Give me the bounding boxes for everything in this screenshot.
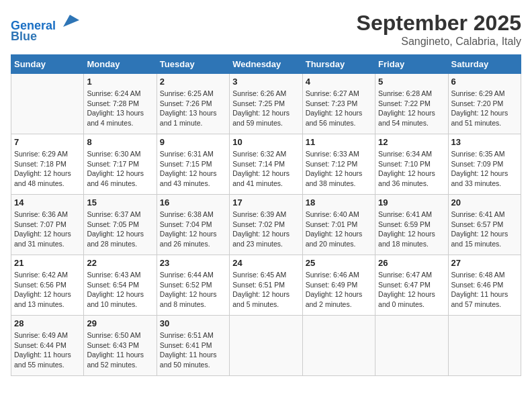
calendar-cell [11, 74, 84, 134]
day-info: Sunrise: 6:34 AM Sunset: 7:10 PM Dayligh… [378, 149, 445, 189]
day-number: 8 [87, 137, 153, 147]
day-number: 1 [87, 77, 153, 87]
calendar-cell: 19Sunrise: 6:41 AM Sunset: 6:59 PM Dayli… [375, 195, 448, 255]
day-info: Sunrise: 6:28 AM Sunset: 7:22 PM Dayligh… [378, 89, 445, 128]
page-subtitle: Sangineto, Calabria, Italy [357, 36, 521, 48]
logo-icon [60, 11, 79, 30]
day-number: 27 [451, 258, 518, 268]
logo: General Blue [11, 11, 79, 44]
day-number: 28 [14, 318, 81, 328]
column-header-friday: Friday [375, 55, 448, 74]
page-header: General Blue September 2025 Sangineto, C… [11, 11, 521, 48]
calendar-cell: 4Sunrise: 6:27 AM Sunset: 7:23 PM Daylig… [302, 74, 375, 134]
calendar-cell: 25Sunrise: 6:46 AM Sunset: 6:49 PM Dayli… [302, 255, 375, 316]
day-info: Sunrise: 6:41 AM Sunset: 6:57 PM Dayligh… [451, 210, 518, 249]
day-info: Sunrise: 6:42 AM Sunset: 6:56 PM Dayligh… [14, 270, 81, 310]
day-info: Sunrise: 6:29 AM Sunset: 7:18 PM Dayligh… [14, 149, 81, 189]
calendar-table: SundayMondayTuesdayWednesdayThursdayFrid… [11, 54, 521, 376]
day-number: 30 [160, 318, 226, 328]
column-header-monday: Monday [84, 55, 157, 74]
calendar-cell [448, 316, 521, 376]
calendar-cell: 1Sunrise: 6:24 AM Sunset: 7:28 PM Daylig… [84, 74, 157, 134]
calendar-cell: 21Sunrise: 6:42 AM Sunset: 6:56 PM Dayli… [11, 255, 84, 316]
day-number: 15 [87, 197, 153, 208]
day-number: 2 [160, 77, 226, 87]
calendar-cell: 6Sunrise: 6:29 AM Sunset: 7:20 PM Daylig… [448, 74, 521, 134]
calendar-cell: 17Sunrise: 6:39 AM Sunset: 7:02 PM Dayli… [230, 195, 302, 255]
day-number: 25 [306, 258, 372, 268]
day-info: Sunrise: 6:44 AM Sunset: 6:52 PM Dayligh… [160, 270, 226, 310]
day-number: 9 [160, 137, 226, 147]
day-info: Sunrise: 6:49 AM Sunset: 6:44 PM Dayligh… [14, 330, 81, 370]
day-info: Sunrise: 6:48 AM Sunset: 6:46 PM Dayligh… [451, 270, 518, 310]
day-number: 5 [378, 77, 445, 87]
day-info: Sunrise: 6:30 AM Sunset: 7:17 PM Dayligh… [87, 149, 153, 189]
day-number: 18 [306, 197, 372, 208]
day-number: 29 [87, 318, 153, 328]
day-info: Sunrise: 6:27 AM Sunset: 7:23 PM Dayligh… [306, 89, 372, 128]
column-header-wednesday: Wednesday [230, 55, 302, 74]
day-info: Sunrise: 6:47 AM Sunset: 6:47 PM Dayligh… [378, 270, 445, 310]
column-header-thursday: Thursday [302, 55, 375, 74]
calendar-week-row: 28Sunrise: 6:49 AM Sunset: 6:44 PM Dayli… [11, 316, 521, 376]
day-number: 19 [378, 197, 445, 208]
day-number: 13 [451, 137, 518, 147]
day-number: 17 [232, 197, 299, 208]
calendar-week-row: 1Sunrise: 6:24 AM Sunset: 7:28 PM Daylig… [11, 74, 521, 134]
day-info: Sunrise: 6:43 AM Sunset: 6:54 PM Dayligh… [87, 270, 153, 310]
calendar-cell: 20Sunrise: 6:41 AM Sunset: 6:57 PM Dayli… [448, 195, 521, 255]
day-info: Sunrise: 6:40 AM Sunset: 7:01 PM Dayligh… [306, 210, 372, 249]
calendar-cell: 15Sunrise: 6:37 AM Sunset: 7:05 PM Dayli… [84, 195, 157, 255]
calendar-cell: 27Sunrise: 6:48 AM Sunset: 6:46 PM Dayli… [448, 255, 521, 316]
day-info: Sunrise: 6:33 AM Sunset: 7:12 PM Dayligh… [306, 149, 372, 189]
day-info: Sunrise: 6:35 AM Sunset: 7:09 PM Dayligh… [451, 149, 518, 189]
day-info: Sunrise: 6:31 AM Sunset: 7:15 PM Dayligh… [160, 149, 226, 189]
calendar-cell: 11Sunrise: 6:33 AM Sunset: 7:12 PM Dayli… [302, 134, 375, 195]
day-number: 10 [232, 137, 299, 147]
day-number: 4 [306, 77, 372, 87]
svg-marker-0 [63, 15, 79, 27]
calendar-cell: 18Sunrise: 6:40 AM Sunset: 7:01 PM Dayli… [302, 195, 375, 255]
day-info: Sunrise: 6:45 AM Sunset: 6:51 PM Dayligh… [232, 270, 299, 310]
day-info: Sunrise: 6:41 AM Sunset: 6:59 PM Dayligh… [378, 210, 445, 249]
calendar-cell [230, 316, 302, 376]
day-info: Sunrise: 6:25 AM Sunset: 7:26 PM Dayligh… [160, 89, 226, 128]
day-number: 20 [451, 197, 518, 208]
calendar-cell: 7Sunrise: 6:29 AM Sunset: 7:18 PM Daylig… [11, 134, 84, 195]
calendar-cell: 24Sunrise: 6:45 AM Sunset: 6:51 PM Dayli… [230, 255, 302, 316]
calendar-cell: 13Sunrise: 6:35 AM Sunset: 7:09 PM Dayli… [448, 134, 521, 195]
day-number: 26 [378, 258, 445, 268]
day-number: 14 [14, 197, 81, 208]
day-number: 22 [87, 258, 153, 268]
day-info: Sunrise: 6:36 AM Sunset: 7:07 PM Dayligh… [14, 210, 81, 249]
day-info: Sunrise: 6:24 AM Sunset: 7:28 PM Dayligh… [87, 89, 153, 128]
day-number: 7 [14, 137, 81, 147]
title-block: September 2025 Sangineto, Calabria, Ital… [357, 11, 521, 48]
calendar-cell: 16Sunrise: 6:38 AM Sunset: 7:04 PM Dayli… [157, 195, 229, 255]
day-number: 12 [378, 137, 445, 147]
calendar-cell: 9Sunrise: 6:31 AM Sunset: 7:15 PM Daylig… [157, 134, 229, 195]
day-info: Sunrise: 6:51 AM Sunset: 6:41 PM Dayligh… [160, 330, 226, 370]
column-header-tuesday: Tuesday [157, 55, 229, 74]
column-header-saturday: Saturday [448, 55, 521, 74]
calendar-cell: 8Sunrise: 6:30 AM Sunset: 7:17 PM Daylig… [84, 134, 157, 195]
day-number: 24 [232, 258, 299, 268]
calendar-cell: 3Sunrise: 6:26 AM Sunset: 7:25 PM Daylig… [230, 74, 302, 134]
day-number: 11 [306, 137, 372, 147]
day-info: Sunrise: 6:32 AM Sunset: 7:14 PM Dayligh… [232, 149, 299, 189]
day-info: Sunrise: 6:39 AM Sunset: 7:02 PM Dayligh… [232, 210, 299, 249]
calendar-cell: 10Sunrise: 6:32 AM Sunset: 7:14 PM Dayli… [230, 134, 302, 195]
day-number: 23 [160, 258, 226, 268]
calendar-cell: 12Sunrise: 6:34 AM Sunset: 7:10 PM Dayli… [375, 134, 448, 195]
calendar-cell: 22Sunrise: 6:43 AM Sunset: 6:54 PM Dayli… [84, 255, 157, 316]
calendar-cell: 30Sunrise: 6:51 AM Sunset: 6:41 PM Dayli… [157, 316, 229, 376]
day-info: Sunrise: 6:29 AM Sunset: 7:20 PM Dayligh… [451, 89, 518, 128]
calendar-cell: 23Sunrise: 6:44 AM Sunset: 6:52 PM Dayli… [157, 255, 229, 316]
day-number: 3 [232, 77, 299, 87]
calendar-cell: 5Sunrise: 6:28 AM Sunset: 7:22 PM Daylig… [375, 74, 448, 134]
calendar-week-row: 14Sunrise: 6:36 AM Sunset: 7:07 PM Dayli… [11, 195, 521, 255]
day-info: Sunrise: 6:26 AM Sunset: 7:25 PM Dayligh… [232, 89, 299, 128]
page-title: September 2025 [357, 11, 521, 36]
calendar-week-row: 7Sunrise: 6:29 AM Sunset: 7:18 PM Daylig… [11, 134, 521, 195]
calendar-cell: 28Sunrise: 6:49 AM Sunset: 6:44 PM Dayli… [11, 316, 84, 376]
